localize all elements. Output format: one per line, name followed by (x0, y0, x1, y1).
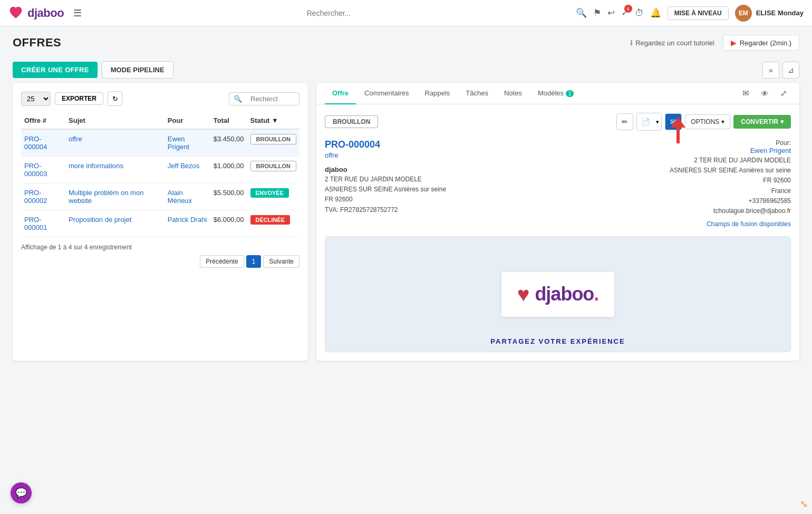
offer-status: BROUILLON (247, 157, 299, 183)
options-chevron-icon: ▾ (721, 118, 724, 125)
draft-badge: BROUILLON (325, 115, 378, 128)
convert-label: CONVERTIR (741, 118, 778, 125)
company-address: 2 TER RUE DU JARDIN MODELE ASNIERES SUR … (325, 174, 661, 215)
pipeline-mode-button[interactable]: MODE PIPELINE (102, 61, 173, 79)
convert-button[interactable]: CONVERTIR ▾ (733, 115, 791, 129)
offer-content: BROUILLON ✏ 📄 ▾ ✉ OPTIONS ▾ C (316, 104, 799, 361)
offer-subject-link[interactable]: more informations (69, 162, 123, 170)
pdf-dropdown-button[interactable]: ▾ (654, 119, 661, 125)
col-statut: Statut ▼ (247, 112, 299, 129)
upgrade-button[interactable]: MISE À NIVEAU (668, 6, 729, 20)
tab-rappels[interactable]: Rappels (418, 83, 458, 104)
preview-area: ♥ djaboo. PARTAGEZ VOTRE EXPÉRIENCE (325, 236, 791, 352)
per-page-select[interactable]: 25 50 100 (21, 92, 51, 106)
list-controls: 25 50 100 EXPORTER ↻ 🔍 (21, 91, 299, 106)
search-input[interactable] (244, 9, 413, 17)
status-badge: ENVOYÉE (250, 188, 289, 198)
tutorial-label: Regardez un court tutoriel (635, 39, 714, 47)
logo[interactable]: djaboo (8, 6, 64, 21)
search-bar[interactable] (82, 9, 576, 17)
offer-id-link[interactable]: PRO-000003 (24, 162, 47, 178)
offer-toolbar: BROUILLON ✏ 📄 ▾ ✉ OPTIONS ▾ C (325, 113, 791, 131)
offer-total: $5.500,00 (210, 183, 247, 210)
badge-count: 6 (624, 5, 632, 13)
offer-id-link[interactable]: PRO-000004 (24, 135, 47, 151)
next-page-button[interactable]: Suivante (263, 255, 299, 268)
prev-page-button[interactable]: Précédente (200, 255, 244, 268)
offer-body: PRO-000004 offre djaboo 2 TER RUE DU JAR… (325, 139, 791, 216)
offer-number[interactable]: PRO-000004 (325, 139, 661, 150)
offer-status: BROUILLON (247, 129, 299, 157)
refresh-button[interactable]: ↻ (108, 91, 122, 106)
email-tab-icon-button[interactable]: ✉ (738, 86, 753, 101)
clock-icon[interactable]: ⏱ (635, 8, 644, 18)
page-1-button[interactable]: 1 (246, 255, 262, 268)
tab-offre[interactable]: Offre (325, 83, 356, 104)
pagination: Précédente 1 Suivante (21, 255, 299, 268)
tutorial-link[interactable]: ℹ Regardez un court tutoriel (630, 39, 714, 47)
offer-subject-link[interactable]: Proposition de projet (69, 216, 131, 224)
list-search-box[interactable]: 🔍 (229, 92, 299, 105)
eye-tab-icon-button[interactable]: 👁 (757, 86, 772, 101)
pdf-icon-button[interactable]: 📄 (637, 113, 654, 130)
list-search-input[interactable] (246, 93, 299, 105)
fusion-link[interactable]: Champs de fusion disponibles (325, 220, 791, 228)
logo-text: djaboo (27, 6, 64, 20)
status-badge: DÉCLINÉE (250, 215, 291, 225)
tab-notes[interactable]: Notes (497, 83, 529, 104)
table-header: Offre # Sujet Pour Total Statut ▼ (21, 112, 299, 129)
info-icon: ℹ (630, 39, 633, 47)
col-pour: Pour (165, 112, 210, 129)
bell-icon[interactable]: 🔔 (650, 7, 661, 18)
page-header-actions: ℹ Regardez un court tutoriel ▶ Regarder … (630, 35, 799, 51)
status-badge: BROUILLON (250, 134, 296, 144)
offer-toolbar-wrapper: BROUILLON ✏ 📄 ▾ ✉ OPTIONS ▾ C (325, 113, 791, 131)
offer-total: $3.450,00 (210, 129, 247, 157)
red-arrow-shaft (676, 128, 680, 143)
search-icon[interactable]: 🔍 (576, 7, 587, 18)
left-panel: 25 50 100 EXPORTER ↻ 🔍 Offre # Sujet Pou… (13, 83, 308, 361)
tab-taches[interactable]: Tâches (458, 83, 496, 104)
create-offer-button[interactable]: CRÉER UNE OFFRE (13, 62, 98, 78)
offer-pour-link[interactable]: Patrick Drahi (168, 216, 207, 224)
offer-id-link[interactable]: PRO-000001 (24, 216, 47, 231)
offer-left-col: PRO-000004 offre djaboo 2 TER RUE DU JAR… (325, 139, 661, 216)
user-avatar: EM (735, 5, 752, 22)
offer-subject-link[interactable]: offre (69, 135, 82, 143)
table-row: PRO-000004 offre Ewen Prigent $3.450,00 … (21, 129, 299, 157)
menu-icon[interactable]: ☰ (73, 7, 82, 19)
tab-actions: ✉ 👁 ⤢ (738, 86, 791, 101)
tab-modeles[interactable]: Modèles 1 (530, 83, 581, 104)
offer-subject-link[interactable]: Multiple problèm on mon website (69, 189, 143, 205)
flag-icon[interactable]: ⚑ (593, 7, 601, 18)
preview-logo: ♥ djaboo. (517, 283, 599, 306)
offer-pour-link[interactable]: Ewen Prigent (168, 135, 189, 151)
options-button[interactable]: OPTIONS ▾ (685, 114, 730, 129)
filter-icon-button[interactable]: ⊿ (782, 62, 799, 79)
offer-pour-link[interactable]: Alain Mérieux (168, 189, 192, 205)
expand-tab-icon-button[interactable]: ⤢ (776, 86, 791, 101)
page-title: OFFRES (13, 36, 61, 50)
edit-icon-button[interactable]: ✏ (616, 113, 633, 130)
pour-name[interactable]: Ewen Prigent (670, 147, 791, 154)
offer-id-link[interactable]: PRO-000002 (24, 189, 47, 205)
main-content: 25 50 100 EXPORTER ↻ 🔍 Offre # Sujet Pou… (0, 83, 812, 373)
pour-address: 2 TER RUE DU JARDIN MODELE ASNIERES SUR … (670, 156, 791, 216)
offer-tabs: Offre Commentaires Rappels Tâches Notes … (316, 83, 799, 104)
user-menu[interactable]: EM ELISE Monday (735, 5, 804, 22)
offers-table: Offre # Sujet Pour Total Statut ▼ PRO-00… (21, 112, 299, 237)
offer-pour-link[interactable]: Jeff Bezos (168, 162, 199, 170)
tasks-icon[interactable]: ✓ 6 (621, 7, 629, 18)
watch-button[interactable]: ▶ Regarder (2min.) (723, 35, 799, 51)
play-icon: ▶ (731, 38, 737, 47)
share-icon[interactable]: ↩ (607, 7, 615, 18)
options-label: OPTIONS (691, 118, 719, 125)
export-button[interactable]: EXPORTER (55, 92, 103, 105)
company-name: djaboo (325, 166, 661, 173)
right-panel: Offre Commentaires Rappels Tâches Notes … (316, 83, 799, 361)
table-row: PRO-000002 Multiple problèm on mon websi… (21, 183, 299, 210)
offer-total: $6.000,00 (210, 210, 247, 237)
expand-icon-button[interactable]: » (762, 62, 779, 79)
convert-chevron-icon: ▾ (780, 118, 784, 125)
tab-commentaires[interactable]: Commentaires (357, 83, 417, 104)
